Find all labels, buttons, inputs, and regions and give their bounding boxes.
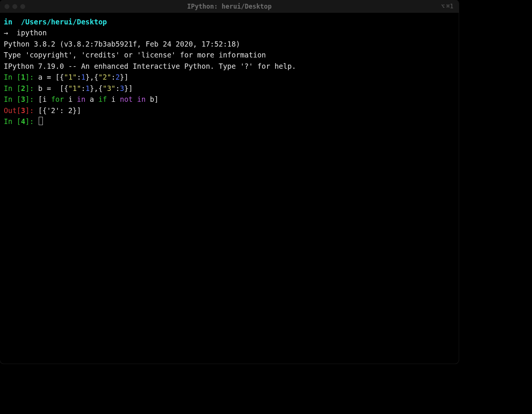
terminal-line: Type 'copyright', 'credits' or 'license'… [4,50,455,60]
code-token: "1" [64,73,77,81]
in-prompt: In [ [4,117,21,125]
code-token: b [38,84,47,92]
cursor[interactable] [39,117,43,125]
in-number: 4 [21,117,25,125]
shell-path: /Users/herui/Desktop [21,18,107,26]
code-token: : [116,84,120,92]
code-token: [{ [51,84,68,92]
code-token: 1 [81,73,85,81]
out-number: 3 [21,106,25,115]
out-prompt: Out[ [4,106,21,115]
banner-text: IPython 7.19.0 -- An enhanced Interactiv… [4,62,296,70]
in-prompt-close: ]: [25,117,38,125]
code-token: "1" [68,84,81,92]
terminal-body[interactable]: in /Users/herui/Desktop→ ipythonPython 3… [0,13,459,131]
code-token: a [85,95,98,103]
window-shortcut: ⌥⌘1 [441,2,453,11]
maximize-icon[interactable] [20,4,25,9]
code-token: "3" [103,84,115,92]
banner-text: Python 3.8.2 (v3.8.2:7b3ab5921f, Feb 24 … [4,40,240,48]
shell-command: ipython [17,29,47,37]
terminal-line: in /Users/herui/Desktop [4,17,455,27]
traffic-lights [5,4,25,9]
in-number: 3 [21,95,25,103]
code-token: },{ [90,84,103,92]
prompt-arrow: → [4,29,17,37]
output-text: [{'2': 2}] [38,106,81,115]
option-key-icon: ⌥ [441,2,445,11]
code-token: not [120,95,133,103]
code-token: i [64,95,77,103]
code-token: 1 [85,84,89,92]
code-token: = [47,84,51,92]
code-token: 2 [116,73,120,81]
in-prompt-close: ]: [25,73,38,81]
close-icon[interactable] [5,4,9,9]
terminal-line: IPython 7.19.0 -- An enhanced Interactiv… [4,61,455,72]
minimize-icon[interactable] [12,4,17,9]
in-prompt: In [ [4,73,21,81]
code-token: if [98,95,107,103]
code-token: }] [124,84,133,92]
code-token: [{ [51,73,64,81]
terminal-line: In [1]: a = [{"1":1},{"2":2}] [4,72,455,83]
code-token: i [107,95,120,103]
code-token: b] [146,95,159,103]
in-prompt: In [ [4,84,21,92]
code-token: : [111,73,115,81]
in-prompt-close: ]: [25,84,38,92]
in-prompt: In [ [4,95,21,103]
code-token: }] [120,73,128,81]
code-token: a [38,73,47,81]
shell-user: in [4,18,12,26]
code-token: 3 [120,84,124,92]
code-token: = [47,73,51,81]
terminal-window: IPython: herui/Desktop ⌥⌘1 in /Users/her… [0,0,459,364]
code-token: "2" [98,73,111,81]
terminal-line: In [4]: [4,116,455,127]
code-token: : [81,84,85,92]
code-token [133,95,137,103]
code-token: [i [38,95,51,103]
in-number: 2 [21,84,25,92]
code-token: },{ [85,73,98,81]
in-prompt-close: ]: [25,95,38,103]
out-prompt-close: ]: [25,106,38,115]
in-number: 1 [21,73,25,81]
window-title: IPython: herui/Desktop [0,2,459,11]
terminal-line: Out[3]: [{'2': 2}] [4,105,455,116]
code-token: for [51,95,64,103]
code-token: in [137,95,146,103]
titlebar[interactable]: IPython: herui/Desktop ⌥⌘1 [0,0,459,13]
terminal-line: In [2]: b = [{"1":1},{"3":3}] [4,83,455,94]
terminal-line: Python 3.8.2 (v3.8.2:7b3ab5921f, Feb 24 … [4,39,455,50]
terminal-line: → ipython [4,27,455,38]
code-token: : [77,73,81,81]
code-token: in [77,95,86,103]
terminal-line: In [3]: [i for i in a if i not in b] [4,94,455,105]
banner-text: Type 'copyright', 'credits' or 'license'… [4,51,266,59]
